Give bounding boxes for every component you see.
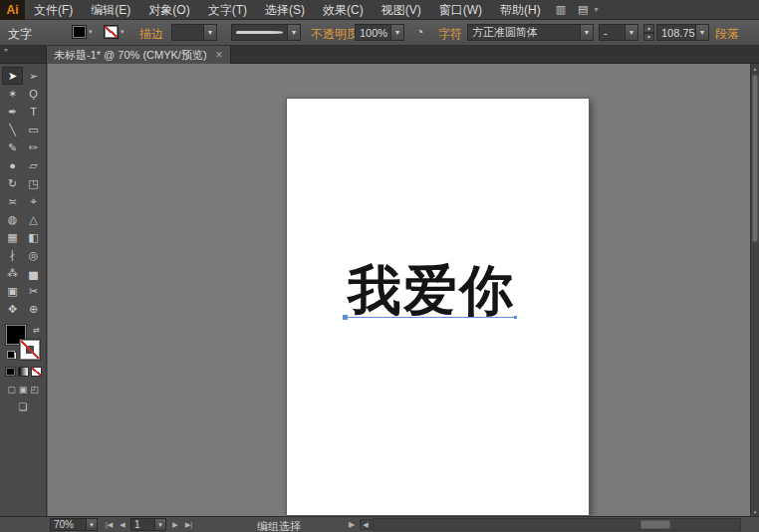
scroll-down-icon[interactable]: ▼ [751,507,759,516]
workspace-dropdown-icon[interactable]: ▾ [594,5,604,14]
stroke-width-select[interactable]: ▼ [171,24,217,41]
menu-type[interactable]: 文字(T) [199,0,256,20]
line-segment-tool[interactable]: ╲ [2,121,23,138]
fill-color-picker[interactable]: ▾ [72,25,93,39]
draw-inside-icon[interactable]: ◰ [30,385,39,395]
font-family-select[interactable]: 方正准圆简体 ▼ [467,24,594,41]
type-tool[interactable]: T [23,103,44,121]
rectangle-tool[interactable]: ▭ [23,121,44,138]
draw-mode-buttons: ▢ ▣ ◰ [0,385,46,395]
color-mode-buttons [0,367,46,377]
draw-behind-icon[interactable]: ▣ [19,385,28,395]
menu-view[interactable]: 视图(V) [373,0,430,20]
color-button[interactable] [5,367,16,377]
font-family-value: 方正准圆简体 [468,25,580,40]
chevron-down-icon: ▼ [203,25,216,40]
status-popup-icon[interactable]: ▶ [349,520,355,529]
opacity-select[interactable]: 100% ▼ [355,24,404,41]
chevron-down-icon: ▼ [625,25,637,40]
stroke-color-picker[interactable]: ▾ [104,25,125,39]
none-button[interactable] [31,367,42,377]
document-tab[interactable]: 未标题-1* @ 70% (CMYK/预览) × [46,46,231,64]
rotate-tool[interactable]: ↻ [2,174,23,192]
eyedropper-tool[interactable]: ∤ [2,246,23,264]
artboard-tool[interactable]: ▣ [2,282,23,300]
vertical-scroll-thumb[interactable] [752,75,758,242]
chevron-down-icon: ▼ [86,519,97,530]
pencil-tool[interactable]: ✏ [23,138,44,156]
column-graph-tool[interactable]: ▅ [23,264,44,282]
stepper-down-icon[interactable]: ▼ [643,33,654,42]
screen-mode-button[interactable]: ❏ [0,401,46,412]
menu-select[interactable]: 选择(S) [256,0,314,20]
menu-window[interactable]: 窗口(W) [430,0,491,20]
close-icon[interactable]: × [216,49,223,61]
stroke-color-box[interactable] [20,340,40,360]
lasso-tool[interactable]: Ǫ [23,85,44,103]
horizontal-scroll-thumb[interactable] [640,520,670,529]
canvas-area[interactable]: 我爱你 [48,64,750,516]
menu-object[interactable]: 对象(O) [139,0,198,20]
font-size-input[interactable]: 108.75 ▼ [656,24,709,41]
menu-bar: Ai 文件(F) 编辑(E) 对象(O) 文字(T) 选择(S) 效果(C) 视… [0,0,759,20]
scale-tool[interactable]: ◳ [23,174,44,192]
scroll-left-icon[interactable]: ◀ [360,519,372,530]
gradient-button[interactable] [18,367,29,377]
width-tool[interactable]: ≍ [2,192,23,210]
symbol-sprayer-tool[interactable]: ⁂ [2,264,23,282]
zoom-tool[interactable]: ⊕ [23,300,44,318]
arrange-documents-icon[interactable]: ▥ [550,3,572,16]
paintbrush-tool[interactable]: ✎ [2,138,23,156]
pen-tool[interactable]: ✒ [2,103,23,121]
artboard-text-object[interactable]: 我爱你 [348,263,515,317]
fill-stroke-widget: ⇄ [6,325,40,360]
chevron-down-icon: ▼ [154,519,165,530]
document-tab-bar: ” 未标题-1* @ 70% (CMYK/预览) × [0,46,759,64]
free-transform-tool[interactable]: ⌖ [23,192,44,210]
magic-wand-tool[interactable]: ✶ [2,85,23,103]
width-profile-select[interactable]: ▼ [231,24,301,41]
stepper-up-icon[interactable]: ▲ [643,24,654,33]
illustrator-window: Ai 文件(F) 编辑(E) 对象(O) 文字(T) 选择(S) 效果(C) 视… [0,0,759,532]
eraser-tool[interactable]: ▱ [23,156,44,174]
recolor-artwork-icon[interactable]: ◔ [416,25,423,39]
mesh-tool[interactable]: ▦ [2,228,23,246]
swap-fill-stroke-icon[interactable]: ⇄ [33,326,40,335]
hand-tool[interactable]: ✥ [2,300,23,318]
previous-artboard-button[interactable]: ◀ [117,519,128,530]
workspace-switcher-icon[interactable]: ▤ [572,3,594,16]
menu-edit[interactable]: 编辑(E) [82,0,139,20]
stroke-label[interactable]: 描边 [139,26,163,43]
font-style-select[interactable]: - ▼ [599,24,638,41]
next-artboard-button[interactable]: ▶ [169,519,181,530]
shape-builder-tool[interactable]: ◍ [2,210,23,228]
artboard[interactable]: 我爱你 [286,98,590,516]
opacity-label[interactable]: 不透明度 [311,26,359,43]
vertical-scrollbar[interactable]: ▲ ▼ [750,64,759,516]
default-colors-icon[interactable] [7,351,17,360]
direct-selection-tool[interactable]: ➢ [23,67,44,85]
menu-help[interactable]: 帮助(H) [491,0,550,20]
zoom-select[interactable]: 70% ▼ [50,518,98,531]
draw-normal-icon[interactable]: ▢ [7,385,16,395]
perspective-grid-tool[interactable]: △ [23,210,44,228]
blend-tool[interactable]: ◎ [23,246,44,264]
last-artboard-button[interactable]: ▶| [182,519,195,530]
character-label[interactable]: 字符 [438,26,462,43]
fill-swatch [72,25,87,39]
gradient-tool[interactable]: ◧ [23,228,44,246]
artboard-number-select[interactable]: 1 ▼ [130,518,166,531]
statusbar-corner [742,517,759,532]
menu-file[interactable]: 文件(F) [25,0,82,20]
slice-tool[interactable]: ✂ [23,282,44,300]
horizontal-scrollbar[interactable] [373,518,741,531]
blob-brush-tool[interactable]: ● [2,156,23,174]
first-artboard-button[interactable]: |◀ [103,519,116,530]
selection-tool[interactable]: ➤ [2,67,23,85]
chevron-down-icon: ▾ [121,28,125,36]
menu-effect[interactable]: 效果(C) [314,0,373,20]
status-text: 编组选择 [257,519,301,532]
scroll-up-icon[interactable]: ▲ [751,64,759,73]
paragraph-label[interactable]: 段落 [715,26,739,43]
font-size-stepper[interactable]: ▲ ▼ [643,24,654,41]
